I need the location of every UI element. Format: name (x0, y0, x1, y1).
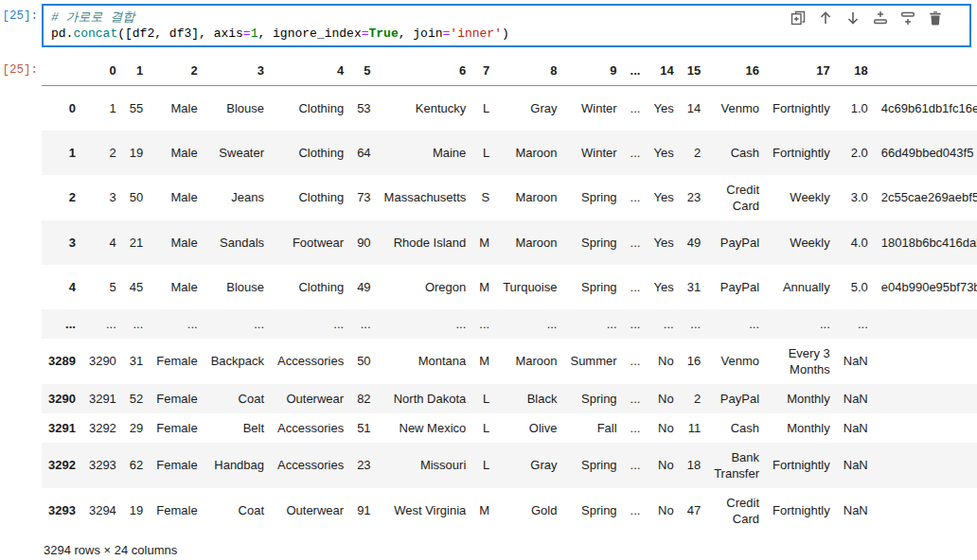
table-cell: 29 (123, 413, 150, 443)
table-cell: Fortnightly (766, 86, 837, 131)
table-cell: 4 (82, 220, 123, 265)
row-index: 3293 (42, 488, 82, 534)
table-cell: Accessories (271, 413, 350, 443)
table-cell: Spring (563, 220, 623, 265)
table-cell-hash (875, 413, 977, 443)
table-cell: 16 (681, 339, 707, 384)
table-cell: 55 (123, 86, 150, 131)
table-cell: 5.0 (837, 265, 875, 309)
column-header: 1 (123, 56, 150, 86)
column-header: 17 (766, 56, 837, 86)
table-row: ........................................… (42, 309, 977, 339)
table-cell: Belt (204, 413, 271, 443)
table-cell: Monthly (766, 413, 837, 443)
table-cell: Coat (204, 384, 271, 413)
table-cell: M (472, 220, 496, 265)
column-header: 18 (837, 56, 875, 86)
row-index: 4 (42, 265, 82, 309)
table-cell: Male (150, 220, 204, 265)
table-cell: ... (496, 309, 563, 339)
move-cell-up-button[interactable] (818, 10, 833, 26)
table-cell: 23 (350, 443, 377, 488)
table-cell: ... (624, 131, 648, 175)
table-cell: Fortnightly (766, 443, 837, 488)
column-header: 2 (150, 56, 204, 86)
table-cell: Spring (563, 488, 623, 534)
table-cell: ... (624, 220, 648, 265)
table-cell-hash (875, 384, 977, 413)
code-token: , ignore_index (258, 26, 361, 41)
table-cell: Clothing (271, 175, 350, 220)
code-editor[interactable]: # 가로로 결합 pd.concat([df2, df3], axis=1, i… (42, 4, 971, 47)
code-token: concat (73, 26, 117, 41)
code-token: ([df2, df3], axis (117, 26, 243, 41)
column-header: 3 (204, 56, 271, 86)
move-down-icon (845, 10, 861, 26)
table-cell-hash (875, 309, 977, 339)
row-index: 3289 (42, 339, 82, 384)
table-cell: PayPal (707, 220, 766, 265)
table-cell: 49 (350, 265, 377, 309)
table-cell: Fall (563, 413, 623, 443)
table-cell: Black (496, 384, 563, 413)
table-cell: Montana (378, 339, 473, 384)
table-cell: Accessories (271, 339, 350, 384)
table-cell: Venmo (707, 339, 766, 384)
table-cell: Cash (707, 131, 766, 175)
code-line-2: pd.concat([df2, df3], axis=1, ignore_ind… (51, 26, 962, 42)
column-header: 0 (82, 56, 123, 86)
row-index: 3292 (42, 443, 82, 488)
table-cell: Female (150, 443, 204, 488)
table-cell: West Virginia (378, 488, 473, 534)
table-cell: Coat (204, 488, 271, 534)
table-cell: Yes (647, 175, 680, 220)
table-cell: 47 (681, 488, 707, 534)
table-cell-hash (875, 488, 977, 534)
table-cell: Yes (647, 220, 680, 265)
table-cell: New Mexico (378, 413, 473, 443)
table-cell: 51 (350, 413, 377, 443)
table-cell: Clothing (271, 131, 350, 175)
table-cell: Spring (563, 265, 623, 309)
table-cell: 31 (123, 339, 150, 384)
table-cell: ... (624, 86, 648, 131)
column-header: 4 (271, 56, 350, 86)
column-header: 14 (647, 56, 680, 86)
table-cell: PayPal (707, 265, 766, 309)
row-index: 2 (42, 175, 82, 220)
table-cell: NaN (837, 488, 875, 534)
table-cell-hash: 66d49bbed043f5 (875, 131, 977, 175)
move-cell-down-button[interactable] (845, 10, 861, 26)
table-cell: 64 (350, 131, 377, 175)
table-cell: ... (624, 339, 648, 384)
table-cell: L (472, 86, 496, 131)
table-cell: ... (624, 265, 648, 309)
table-row: 3291329229FemaleBeltAccessories51New Mex… (42, 413, 977, 443)
duplicate-cell-button[interactable] (790, 10, 806, 26)
table-cell: Olive (496, 413, 563, 443)
table-cell: 23 (681, 175, 707, 220)
delete-cell-button[interactable] (928, 10, 943, 26)
table-cell: No (647, 488, 680, 534)
table-cell: L (472, 384, 496, 413)
table-cell: 3292 (82, 413, 123, 443)
table-cell: ... (350, 309, 377, 339)
dataframe-head: 0123456789...1415161718 (42, 56, 977, 86)
table-cell: ... (82, 309, 123, 339)
table-cell: Sweater (204, 131, 271, 175)
insert-cell-below-button[interactable] (900, 10, 915, 26)
table-row: 4545MaleBlouseClothing49OregonMTurquoise… (42, 265, 977, 309)
header-row: 0123456789...1415161718 (42, 56, 977, 86)
column-header: 9 (563, 56, 623, 86)
row-index: ... (42, 309, 82, 339)
insert-cell-above-button[interactable] (873, 10, 888, 26)
table-cell: Backpack (204, 339, 271, 384)
table-cell: Maroon (496, 175, 563, 220)
table-cell: Gray (496, 86, 563, 131)
table-cell: ... (150, 309, 204, 339)
table-cell: Female (150, 339, 204, 384)
table-cell: Rhode Island (378, 220, 473, 265)
table-cell: Footwear (271, 220, 350, 265)
table-cell: Sandals (204, 220, 271, 265)
table-cell: ... (204, 309, 271, 339)
